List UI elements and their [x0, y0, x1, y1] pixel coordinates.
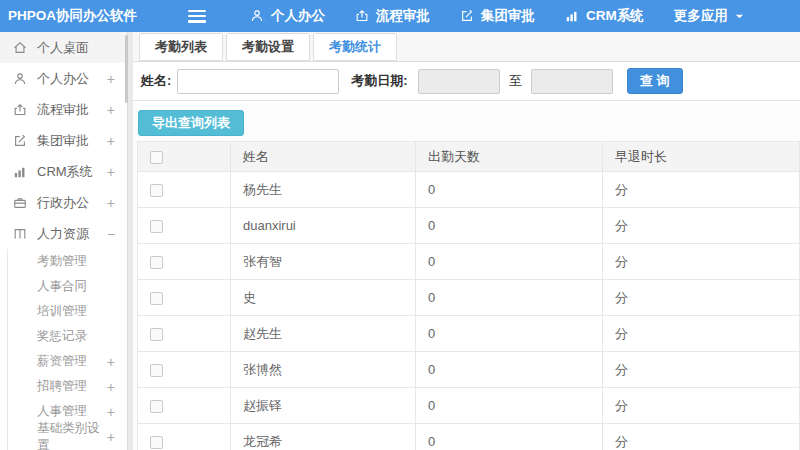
- cell-late: 分: [603, 208, 800, 244]
- row-checkbox[interactable]: [150, 256, 163, 269]
- expand-toggle-icon[interactable]: +: [107, 379, 115, 395]
- edit-approve-icon: [460, 9, 474, 23]
- sidebar-item-label: 个人办公: [37, 70, 89, 88]
- name-input[interactable]: [177, 69, 339, 94]
- date-from-input[interactable]: [418, 69, 500, 94]
- sidebar-sub-item-label: 考勤管理: [37, 253, 87, 270]
- sidebar-item[interactable]: 人力资源 −: [0, 218, 127, 249]
- sidebar-sub-item-label: 招聘管理: [37, 378, 87, 395]
- tab-bar: 考勤列表 考勤设置 考勤统计: [133, 32, 800, 62]
- table-row: 张有智 0 分: [138, 244, 800, 280]
- sidebar-item[interactable]: 流程审批 +: [0, 94, 127, 125]
- expand-toggle-icon[interactable]: −: [107, 226, 115, 242]
- row-checkbox[interactable]: [150, 328, 163, 341]
- sidebar-item-label: 人力资源: [37, 225, 89, 243]
- row-checkbox[interactable]: [150, 220, 163, 233]
- tab[interactable]: 考勤设置: [226, 33, 310, 61]
- sidebar-item[interactable]: 个人桌面: [0, 32, 127, 63]
- table-row: 杨先生 0 分: [138, 172, 800, 208]
- top-nav-label: 流程审批: [376, 7, 430, 25]
- to-label: 至: [509, 72, 522, 90]
- caret-down-icon: [735, 12, 744, 21]
- sidebar-sub-item[interactable]: 薪资管理 +: [0, 349, 127, 374]
- query-button[interactable]: 查 询: [627, 68, 683, 94]
- cell-days: 0: [416, 208, 603, 244]
- tab[interactable]: 考勤列表: [139, 33, 223, 61]
- sidebar-item-label: 流程审批: [37, 101, 89, 119]
- sidebar-item[interactable]: 个人办公 +: [0, 63, 127, 94]
- export-button[interactable]: 导出查询列表: [138, 110, 244, 136]
- cell-late: 分: [603, 172, 800, 208]
- toolbar: 导出查询列表: [133, 101, 800, 141]
- sidebar-scrollbar[interactable]: [125, 35, 128, 103]
- expand-toggle-icon[interactable]: +: [107, 133, 115, 149]
- expand-toggle-icon[interactable]: +: [107, 195, 115, 211]
- row-checkbox[interactable]: [150, 364, 163, 377]
- top-nav-item[interactable]: 流程审批: [355, 7, 430, 25]
- app-logo: PHPOA协同办公软件: [0, 7, 136, 25]
- sidebar-item-label: CRM系统: [37, 163, 93, 181]
- edit-approve-icon: [13, 134, 28, 148]
- sidebar-item-label: 行政办公: [37, 194, 89, 212]
- row-checkbox[interactable]: [150, 400, 163, 413]
- cell-name: 史: [231, 280, 416, 316]
- bar-chart-icon: [565, 9, 579, 23]
- row-checkbox[interactable]: [150, 292, 163, 305]
- sidebar-sub-item[interactable]: 考勤管理: [0, 249, 127, 274]
- cell-late: 分: [603, 352, 800, 388]
- sidebar-sub-item[interactable]: 招聘管理 +: [0, 374, 127, 399]
- top-nav-label: 更多应用: [674, 7, 728, 25]
- bar-chart-icon: [13, 165, 28, 179]
- top-nav-label: 个人办公: [271, 7, 325, 25]
- cell-late: 分: [603, 424, 800, 450]
- top-nav-item[interactable]: 个人办公: [250, 7, 325, 25]
- sidebar-sub-item[interactable]: 培训管理: [0, 299, 127, 324]
- table-row: 龙冠希 0 分: [138, 424, 800, 450]
- cell-days: 0: [416, 424, 603, 450]
- expand-toggle-icon[interactable]: +: [107, 102, 115, 118]
- column-header-late: 早退时长: [603, 142, 800, 172]
- flow-approve-icon: [355, 9, 369, 23]
- cell-late: 分: [603, 388, 800, 424]
- row-checkbox[interactable]: [150, 436, 163, 449]
- briefcase-icon: [13, 196, 28, 210]
- expand-toggle-icon[interactable]: +: [107, 404, 115, 420]
- sidebar-sub-item-label: 奖惩记录: [37, 328, 87, 345]
- cell-days: 0: [416, 352, 603, 388]
- top-nav-label: CRM系统: [586, 7, 644, 25]
- table-row: 史 0 分: [138, 280, 800, 316]
- sidebar-sub-item[interactable]: 人事合同: [0, 274, 127, 299]
- cell-days: 0: [416, 172, 603, 208]
- sidebar-item-label: 个人桌面: [37, 39, 89, 57]
- cell-name: 赵先生: [231, 316, 416, 352]
- select-all-checkbox[interactable]: [150, 151, 163, 164]
- row-checkbox[interactable]: [150, 184, 163, 197]
- expand-toggle-icon[interactable]: +: [107, 164, 115, 180]
- top-nav-item[interactable]: 集团审批: [460, 7, 535, 25]
- home-icon: [13, 41, 28, 55]
- column-header-days: 出勤天数: [416, 142, 603, 172]
- sidebar-item[interactable]: 行政办公 +: [0, 187, 127, 218]
- sidebar-sub-item[interactable]: 奖惩记录: [0, 324, 127, 349]
- sidebar-main-menu: 个人桌面 个人办公 + 流程审批 + 集团审批 + CRM系统 + 行政办公 +…: [0, 32, 127, 249]
- expand-toggle-icon[interactable]: +: [107, 429, 115, 445]
- sidebar-sub-item[interactable]: 基础类别设置 +: [0, 424, 127, 449]
- cell-days: 0: [416, 244, 603, 280]
- cell-name: duanxirui: [231, 208, 416, 244]
- column-header-name: 姓名: [231, 142, 416, 172]
- sidebar-item[interactable]: 集团审批 +: [0, 125, 127, 156]
- hamburger-icon[interactable]: [188, 10, 206, 23]
- top-nav-item[interactable]: 更多应用: [674, 7, 744, 25]
- top-header: PHPOA协同办公软件 个人办公 流程审批 集团审批 CRM系统 更多应用: [0, 0, 800, 32]
- table-row: 赵先生 0 分: [138, 316, 800, 352]
- sidebar: 个人桌面 个人办公 + 流程审批 + 集团审批 + CRM系统 + 行政办公 +…: [0, 32, 128, 450]
- expand-toggle-icon[interactable]: +: [107, 71, 115, 87]
- top-nav-item[interactable]: CRM系统: [565, 7, 644, 25]
- sidebar-item[interactable]: CRM系统 +: [0, 156, 127, 187]
- expand-toggle-icon[interactable]: +: [107, 354, 115, 370]
- tab[interactable]: 考勤统计: [313, 33, 397, 61]
- name-label: 姓名:: [141, 72, 171, 90]
- date-to-input[interactable]: [531, 69, 613, 94]
- cell-name: 张博然: [231, 352, 416, 388]
- sidebar-sub-menu: 考勤管理 人事合同 培训管理 奖惩记录 薪资管理 + 招聘管理 + 人事管理 +…: [0, 249, 127, 449]
